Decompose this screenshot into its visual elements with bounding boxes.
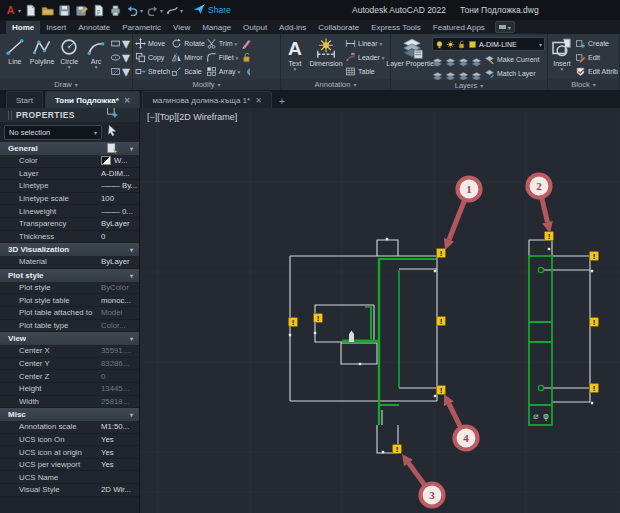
ribbon-display-toggle[interactable]: ▾ (495, 21, 515, 33)
undo-button[interactable] (125, 3, 140, 18)
make-current-button[interactable]: Make Current (484, 53, 539, 66)
close-icon[interactable]: ✕ (255, 96, 262, 105)
warning-badge[interactable]: ! (590, 384, 599, 394)
draw-panel-title[interactable]: Draw▾ (0, 79, 132, 90)
copy-button[interactable]: Copy (135, 51, 170, 64)
property-value[interactable]: ByColor (101, 283, 139, 292)
text-button[interactable]: AText▾ (283, 36, 307, 72)
polyline-button[interactable]: Polyline (29, 36, 56, 66)
section-header-view[interactable]: View▾ (0, 332, 139, 345)
warning-badge[interactable]: ! (545, 232, 554, 242)
quick-select-button[interactable] (106, 141, 119, 154)
match-layer-button[interactable]: Match Layer (484, 67, 536, 80)
layer-tool-button[interactable] (445, 54, 456, 65)
property-value[interactable]: ByLayer (101, 257, 139, 266)
app-logo-button[interactable]: A (3, 3, 18, 18)
toggle-pickadd-button[interactable] (106, 108, 119, 118)
warning-badge[interactable]: ! (314, 314, 323, 324)
property-value[interactable]: Yes (101, 460, 139, 469)
warning-badge[interactable]: ! (393, 445, 402, 455)
model-space[interactable]: ⌀φ !!!!!!!!!! 1234 (140, 108, 620, 513)
warning-badge[interactable]: ! (437, 249, 446, 259)
array-button[interactable]: Array▾ (206, 65, 241, 78)
warning-badge[interactable]: ! (590, 318, 599, 328)
arc-button[interactable]: Arc▾ (83, 36, 109, 70)
ribbon-tab-collaborate[interactable]: Collaborate (312, 21, 365, 34)
share-button[interactable]: Share (193, 1, 231, 19)
fillet-button[interactable]: Fillet▾ (206, 51, 241, 64)
block-panel-title[interactable]: Block▾ (548, 79, 619, 90)
viewport-controls[interactable]: [−][Top][2D Wireframe] (147, 112, 237, 122)
circle-button[interactable]: Circle▾ (56, 36, 82, 70)
ribbon-tab-manage[interactable]: Manage (196, 21, 237, 34)
table-button[interactable]: Table (345, 65, 385, 78)
warning-badge[interactable]: ! (437, 317, 446, 327)
select-objects-button[interactable] (106, 123, 119, 136)
offset-button[interactable] (241, 65, 252, 78)
property-value[interactable]: ByLayer (101, 219, 139, 228)
save-button[interactable] (57, 3, 72, 18)
property-value[interactable]: A-DIM... (101, 169, 139, 178)
property-value[interactable]: M1:50... (101, 422, 139, 431)
unlock-button[interactable] (241, 51, 252, 64)
save-as-button[interactable] (74, 3, 89, 18)
layer-tool-button[interactable] (458, 68, 469, 79)
layer-properties-button[interactable]: Layer Properties (393, 36, 431, 68)
layer-tool-button[interactable] (458, 54, 469, 65)
property-value[interactable]: 25818... (101, 397, 139, 406)
ribbon-tab-insert[interactable]: Insert (40, 21, 72, 34)
property-value[interactable]: 35591.... (101, 346, 139, 355)
warning-badge[interactable]: ! (437, 386, 446, 396)
property-value[interactable]: 0 (101, 232, 139, 241)
new-tab-button[interactable]: + (274, 94, 290, 108)
layer-tool-button[interactable] (471, 54, 482, 65)
section-header-3d-visualization[interactable]: 3D Visualization▾ (0, 243, 139, 256)
ribbon-tab-output[interactable]: Output (237, 21, 273, 34)
insert-button[interactable]: Insert▾ (550, 36, 574, 72)
property-value[interactable]: W... (101, 156, 139, 165)
ribbon-tab-view[interactable]: View (167, 21, 196, 34)
property-value[interactable]: 100 (101, 194, 139, 203)
ribbon-tab-home[interactable]: Home (6, 21, 40, 34)
stretch-button[interactable]: Stretch (135, 65, 170, 78)
ribbon-tab-annotate[interactable]: Annotate (72, 21, 116, 34)
property-value[interactable]: 13445... (101, 384, 139, 393)
layer-tool-button[interactable] (432, 54, 443, 65)
property-value[interactable]: monoc... (101, 296, 139, 305)
layers-panel-title[interactable]: Layers▾ (391, 80, 547, 90)
print-button[interactable] (108, 3, 123, 18)
property-value[interactable]: Color... (101, 321, 139, 330)
line-button[interactable]: Line (2, 36, 28, 66)
leader-button[interactable]: Leader▾ (345, 51, 385, 64)
section-header-plot-style[interactable]: Plot style▾ (0, 269, 139, 282)
modify-panel-title[interactable]: Modify▾ (133, 79, 280, 90)
ribbon-tab-express-tools[interactable]: Express Tools (365, 21, 427, 34)
close-icon[interactable]: ✕ (124, 96, 131, 105)
property-value[interactable]: Model (101, 308, 139, 317)
ribbon-tab-add-ins[interactable]: Add-ins (273, 21, 312, 34)
layer-tool-button[interactable] (445, 68, 456, 79)
section-header-misc[interactable]: Misc▾ (0, 408, 139, 421)
property-value[interactable]: 0 (101, 372, 139, 381)
scale-button[interactable]: Scale (171, 65, 205, 78)
redo-button[interactable] (145, 3, 160, 18)
file-tab[interactable]: Тони Подложка*✕ (45, 91, 141, 108)
file-tab[interactable]: Start (6, 91, 43, 108)
dimension-button[interactable]: Dimension (308, 36, 344, 68)
drawing-canvas[interactable]: [−][Top][2D Wireframe] (140, 108, 620, 513)
trim-button[interactable]: Trim▾ (206, 37, 241, 50)
property-value[interactable]: 2D Wir... (101, 485, 139, 494)
file-tab[interactable]: малинова долина-къща 1*✕ (142, 91, 271, 108)
open-file-button[interactable] (40, 3, 55, 18)
edit-attrib-button[interactable]: Edit Attrib (575, 65, 618, 78)
create-button[interactable]: Create (575, 37, 618, 50)
property-value[interactable]: Yes (101, 448, 139, 457)
hatch-button[interactable]: ▾ (110, 65, 130, 78)
annotation-panel-title[interactable]: Annotation▾ (281, 79, 390, 90)
move-button[interactable]: Move (135, 37, 170, 50)
erase-button[interactable] (241, 37, 252, 50)
property-value[interactable]: 83286... (101, 359, 139, 368)
ribbon-tab-parametric[interactable]: Parametric (116, 21, 167, 34)
selection-dropdown[interactable]: No selection ▾ (4, 125, 102, 140)
layer-tool-button[interactable] (471, 68, 482, 79)
